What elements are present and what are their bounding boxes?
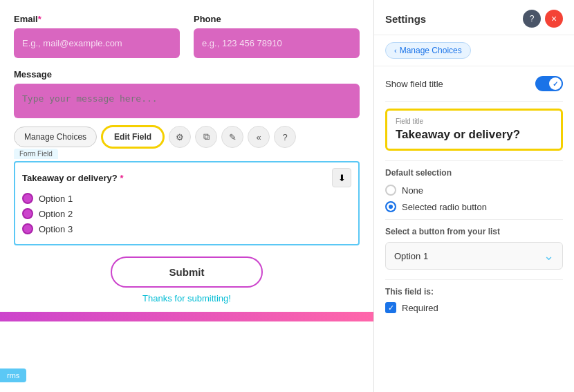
manage-choices-button[interactable]: Manage Choices (14, 127, 97, 147)
message-label: Message (14, 69, 360, 80)
thanks-text: Thanks for submitting! (14, 293, 360, 304)
this-field-label: This field is: (385, 287, 563, 297)
email-label: Email* (14, 14, 180, 24)
download-button[interactable]: ⬇ (332, 168, 351, 187)
message-textarea[interactable] (14, 84, 360, 118)
field-title-row: Takeaway or delivery? * ⬇ (22, 168, 351, 187)
breadcrumb-label: Manage Choices (400, 46, 462, 55)
submit-section: Submit Thanks for submitting! (14, 256, 360, 304)
show-field-title-row: Show field title ✓ (385, 76, 563, 91)
required-label: Required (402, 303, 438, 313)
none-option-row[interactable]: None (385, 185, 563, 196)
default-selection-label: Default selection (385, 168, 563, 178)
option-3-row: Option 3 (22, 223, 351, 234)
divider-4 (385, 279, 563, 280)
message-group: Message (14, 69, 360, 121)
divider-2 (385, 160, 563, 161)
undo-icon-btn[interactable]: « (248, 126, 270, 148)
form-field-label: Form Field (14, 149, 58, 159)
required-checkbox[interactable]: ✓ (385, 302, 396, 313)
option-3-radio[interactable] (22, 223, 33, 234)
show-field-title-label: Show field title (385, 79, 443, 89)
gear-icon-btn[interactable]: ⚙ (169, 126, 191, 148)
toggle-knob: ✓ (549, 77, 562, 90)
close-button[interactable]: × (545, 10, 563, 28)
help-icon-btn[interactable]: ? (274, 126, 296, 148)
none-label: None (402, 185, 423, 196)
field-title-meta: Field title (396, 118, 553, 125)
settings-panel: Settings ? × ‹ Manage Choices Show field… (373, 0, 574, 392)
settings-body: Show field title ✓ Field title Takeaway … (374, 66, 574, 392)
edit-field-button[interactable]: Edit Field (101, 125, 165, 149)
forms-badge: rms (0, 368, 26, 382)
header-icons: ? × (523, 10, 563, 28)
option-1-radio[interactable] (22, 193, 33, 204)
form-field-section: Takeaway or delivery? * ⬇ Option 1 Optio… (14, 161, 360, 245)
phone-group: Phone (194, 14, 360, 58)
email-group: Email* (14, 14, 180, 58)
settings-header: Settings ? × (374, 0, 574, 35)
copy-icon-btn[interactable]: ⧉ (195, 126, 217, 148)
email-input[interactable] (14, 28, 180, 58)
option-1-row: Option 1 (22, 193, 351, 204)
selected-radio-label: Selected radio button (402, 202, 487, 212)
select-value: Option 1 (394, 251, 428, 261)
select-button-label: Select a button from your list (385, 227, 563, 236)
bottom-bar (0, 312, 373, 321)
breadcrumb-item[interactable]: ‹ Manage Choices (385, 42, 471, 59)
option-2-row: Option 2 (22, 208, 351, 219)
required-row: ✓ Required (385, 302, 563, 313)
pencil-icon-btn[interactable]: ✎ (221, 126, 243, 148)
phone-label: Phone (194, 14, 360, 24)
submit-button[interactable]: Submit (111, 256, 263, 288)
toolbar-row: Manage Choices Edit Field ⚙ ⧉ ✎ « ? (14, 125, 360, 149)
select-row[interactable]: Option 1 ⌄ (385, 242, 563, 270)
divider-1 (385, 101, 563, 102)
breadcrumb-arrow-icon: ‹ (394, 46, 397, 55)
option-3-label: Option 3 (39, 224, 73, 234)
field-title-value: Takeaway or delivery? (396, 128, 553, 142)
email-phone-row: Email* Phone (14, 14, 360, 58)
field-title-section: Field title Takeaway or delivery? (385, 109, 563, 151)
option-1-label: Option 1 (39, 194, 73, 204)
help-button[interactable]: ? (523, 10, 541, 28)
none-radio-circle[interactable] (385, 185, 396, 196)
option-2-label: Option 2 (39, 209, 73, 219)
form-area: Email* Phone Message Manage Choices Edit… (0, 0, 373, 392)
selected-radio-option-row[interactable]: Selected radio button (385, 201, 563, 212)
field-title: Takeaway or delivery? * (22, 173, 123, 183)
divider-3 (385, 219, 563, 220)
show-field-title-toggle[interactable]: ✓ (535, 76, 563, 91)
selected-radio-circle[interactable] (385, 201, 396, 212)
option-2-radio[interactable] (22, 208, 33, 219)
settings-title: Settings (385, 13, 426, 25)
breadcrumb-row: ‹ Manage Choices (374, 35, 574, 66)
chevron-down-icon: ⌄ (544, 248, 554, 263)
phone-input[interactable] (194, 28, 360, 58)
